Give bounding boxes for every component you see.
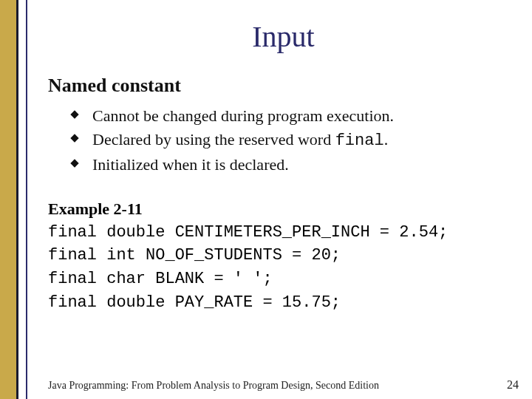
bullet-item: Declared by using the reserved word fina…: [70, 128, 519, 153]
footer-page-number: 24: [507, 378, 519, 392]
example-label: Example 2-11: [48, 197, 519, 221]
code-line: final double PAY_RATE = 15.75;: [48, 291, 519, 315]
slide-title: Input: [48, 19, 519, 54]
footer-book-title: Java Programming: From Problem Analysis …: [48, 380, 379, 392]
slide-subtitle: Named constant: [48, 75, 519, 97]
bullet-item: Initialized when it is declared.: [70, 153, 519, 177]
slide-footer: Java Programming: From Problem Analysis …: [48, 378, 519, 392]
bullet-text: Initialized when it is declared.: [92, 155, 289, 174]
inline-code: final: [335, 132, 384, 150]
code-line: final int NO_OF_STUDENTS = 20;: [48, 244, 519, 267]
side-stripe-gold: [0, 0, 16, 399]
code-line: final char BLANK = ' ';: [48, 267, 519, 291]
bullet-list: Cannot be changed during program executi…: [70, 104, 519, 177]
example-block: Example 2-11 final double CENTIMETERS_PE…: [48, 197, 519, 315]
slide-body: Input Named constant Cannot be changed d…: [27, 0, 532, 399]
side-stripe-white: [18, 0, 26, 399]
bullet-text: Cannot be changed during program executi…: [92, 106, 394, 125]
bullet-item: Cannot be changed during program executi…: [70, 104, 519, 128]
bullet-text: .: [384, 130, 389, 149]
code-line: final double CENTIMETERS_PER_INCH = 2.54…: [48, 221, 519, 245]
bullet-text: Declared by using the reserved word: [92, 130, 335, 149]
